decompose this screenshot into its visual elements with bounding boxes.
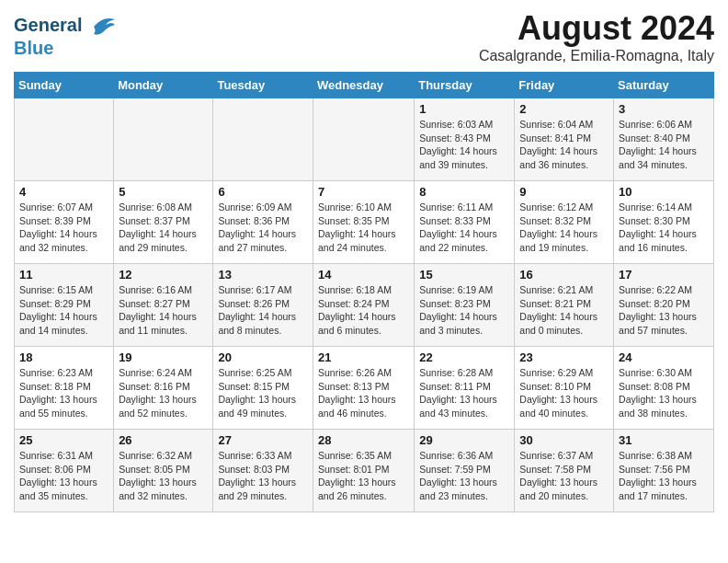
day-number: 24 — [619, 350, 709, 364]
day-number: 15 — [419, 268, 509, 282]
calendar-cell: 4Sunrise: 6:07 AM Sunset: 8:39 PM Daylig… — [15, 181, 114, 264]
calendar-cell: 24Sunrise: 6:30 AM Sunset: 8:08 PM Dayli… — [614, 347, 714, 430]
day-number: 14 — [318, 268, 409, 282]
calendar-week-4: 18Sunrise: 6:23 AM Sunset: 8:18 PM Dayli… — [15, 347, 714, 430]
day-info: Sunrise: 6:28 AM Sunset: 8:11 PM Dayligh… — [419, 366, 509, 420]
calendar-week-3: 11Sunrise: 6:15 AM Sunset: 8:29 PM Dayli… — [15, 264, 714, 347]
calendar-cell: 25Sunrise: 6:31 AM Sunset: 8:06 PM Dayli… — [15, 430, 114, 512]
day-number: 7 — [318, 185, 409, 199]
day-number: 4 — [19, 185, 108, 199]
logo-bird-icon — [89, 14, 117, 40]
calendar-cell: 27Sunrise: 6:33 AM Sunset: 8:03 PM Dayli… — [213, 430, 313, 512]
day-info: Sunrise: 6:10 AM Sunset: 8:35 PM Dayligh… — [318, 201, 409, 255]
day-number: 6 — [218, 185, 308, 199]
calendar-cell: 11Sunrise: 6:15 AM Sunset: 8:29 PM Dayli… — [15, 264, 114, 347]
calendar-cell — [114, 98, 213, 181]
day-info: Sunrise: 6:07 AM Sunset: 8:39 PM Dayligh… — [19, 201, 108, 255]
day-info: Sunrise: 6:18 AM Sunset: 8:24 PM Dayligh… — [318, 283, 409, 338]
day-info: Sunrise: 6:11 AM Sunset: 8:33 PM Dayligh… — [419, 201, 509, 255]
calendar-cell: 1Sunrise: 6:03 AM Sunset: 8:43 PM Daylig… — [415, 98, 515, 181]
day-info: Sunrise: 6:26 AM Sunset: 8:13 PM Dayligh… — [318, 366, 409, 420]
calendar-week-5: 25Sunrise: 6:31 AM Sunset: 8:06 PM Dayli… — [15, 430, 714, 512]
day-info: Sunrise: 6:03 AM Sunset: 8:43 PM Dayligh… — [419, 118, 509, 172]
day-info: Sunrise: 6:35 AM Sunset: 8:01 PM Dayligh… — [318, 449, 409, 503]
calendar-cell: 13Sunrise: 6:17 AM Sunset: 8:26 PM Dayli… — [213, 264, 313, 347]
calendar-cell: 7Sunrise: 6:10 AM Sunset: 8:35 PM Daylig… — [313, 181, 414, 264]
calendar-cell: 12Sunrise: 6:16 AM Sunset: 8:27 PM Dayli… — [114, 264, 213, 347]
day-number: 19 — [119, 350, 208, 364]
day-info: Sunrise: 6:25 AM Sunset: 8:15 PM Dayligh… — [218, 366, 308, 420]
calendar-cell — [313, 98, 414, 181]
day-info: Sunrise: 6:21 AM Sunset: 8:21 PM Dayligh… — [519, 283, 609, 338]
day-info: Sunrise: 6:08 AM Sunset: 8:37 PM Dayligh… — [119, 201, 208, 255]
day-number: 30 — [519, 433, 609, 447]
calendar-header-friday: Friday — [515, 73, 614, 98]
calendar-cell: 5Sunrise: 6:08 AM Sunset: 8:37 PM Daylig… — [114, 181, 213, 264]
calendar-cell: 2Sunrise: 6:04 AM Sunset: 8:41 PM Daylig… — [515, 98, 614, 181]
day-info: Sunrise: 6:37 AM Sunset: 7:58 PM Dayligh… — [519, 449, 609, 503]
calendar-cell: 9Sunrise: 6:12 AM Sunset: 8:32 PM Daylig… — [515, 181, 614, 264]
calendar-cell: 15Sunrise: 6:19 AM Sunset: 8:23 PM Dayli… — [415, 264, 515, 347]
calendar-cell: 18Sunrise: 6:23 AM Sunset: 8:18 PM Dayli… — [15, 347, 114, 430]
day-info: Sunrise: 6:32 AM Sunset: 8:05 PM Dayligh… — [119, 449, 208, 503]
calendar-cell: 6Sunrise: 6:09 AM Sunset: 8:36 PM Daylig… — [213, 181, 313, 264]
day-number: 11 — [19, 268, 108, 282]
day-number: 3 — [619, 102, 709, 116]
logo-text: General — [14, 14, 117, 40]
day-number: 1 — [419, 102, 509, 116]
day-number: 28 — [318, 433, 409, 447]
day-number: 18 — [19, 350, 108, 364]
day-info: Sunrise: 6:22 AM Sunset: 8:20 PM Dayligh… — [619, 283, 709, 338]
day-info: Sunrise: 6:14 AM Sunset: 8:30 PM Dayligh… — [619, 201, 709, 255]
calendar-header-tuesday: Tuesday — [213, 73, 313, 98]
day-number: 16 — [519, 268, 609, 282]
day-info: Sunrise: 6:15 AM Sunset: 8:29 PM Dayligh… — [19, 283, 108, 338]
day-number: 31 — [619, 433, 709, 447]
calendar-cell: 28Sunrise: 6:35 AM Sunset: 8:01 PM Dayli… — [313, 430, 414, 512]
day-info: Sunrise: 6:17 AM Sunset: 8:26 PM Dayligh… — [218, 283, 308, 338]
day-info: Sunrise: 6:33 AM Sunset: 8:03 PM Dayligh… — [218, 449, 308, 503]
day-number: 13 — [218, 268, 308, 282]
day-number: 26 — [119, 433, 208, 447]
day-info: Sunrise: 6:24 AM Sunset: 8:16 PM Dayligh… — [119, 366, 208, 420]
day-info: Sunrise: 6:06 AM Sunset: 8:40 PM Dayligh… — [619, 118, 709, 172]
day-info: Sunrise: 6:29 AM Sunset: 8:10 PM Dayligh… — [519, 366, 609, 420]
calendar-cell: 10Sunrise: 6:14 AM Sunset: 8:30 PM Dayli… — [614, 181, 714, 264]
calendar-cell: 14Sunrise: 6:18 AM Sunset: 8:24 PM Dayli… — [313, 264, 414, 347]
calendar-header-saturday: Saturday — [614, 73, 714, 98]
day-number: 9 — [519, 185, 609, 199]
day-number: 27 — [218, 433, 308, 447]
calendar-cell — [213, 98, 313, 181]
day-info: Sunrise: 6:30 AM Sunset: 8:08 PM Dayligh… — [619, 366, 709, 420]
day-info: Sunrise: 6:19 AM Sunset: 8:23 PM Dayligh… — [419, 283, 509, 338]
logo: General Blue — [14, 14, 117, 58]
day-info: Sunrise: 6:09 AM Sunset: 8:36 PM Dayligh… — [218, 201, 308, 255]
day-info: Sunrise: 6:31 AM Sunset: 8:06 PM Dayligh… — [19, 449, 108, 503]
calendar-cell: 22Sunrise: 6:28 AM Sunset: 8:11 PM Dayli… — [415, 347, 515, 430]
calendar-week-2: 4Sunrise: 6:07 AM Sunset: 8:39 PM Daylig… — [15, 181, 714, 264]
day-number: 12 — [119, 268, 208, 282]
day-info: Sunrise: 6:23 AM Sunset: 8:18 PM Dayligh… — [19, 366, 108, 420]
calendar-header-monday: Monday — [114, 73, 213, 98]
calendar-cell: 17Sunrise: 6:22 AM Sunset: 8:20 PM Dayli… — [614, 264, 714, 347]
day-number: 8 — [419, 185, 509, 199]
calendar-header-wednesday: Wednesday — [313, 73, 414, 98]
day-number: 22 — [419, 350, 509, 364]
logo-blue: Blue — [14, 38, 117, 58]
calendar-cell: 21Sunrise: 6:26 AM Sunset: 8:13 PM Dayli… — [313, 347, 414, 430]
calendar-header-sunday: Sunday — [15, 73, 114, 98]
calendar-cell: 3Sunrise: 6:06 AM Sunset: 8:40 PM Daylig… — [614, 98, 714, 181]
day-number: 10 — [619, 185, 709, 199]
header: General Blue August 2024 Casalgrande, Em… — [14, 9, 714, 64]
calendar-cell: 8Sunrise: 6:11 AM Sunset: 8:33 PM Daylig… — [415, 181, 515, 264]
day-number: 17 — [619, 268, 709, 282]
day-info: Sunrise: 6:36 AM Sunset: 7:59 PM Dayligh… — [419, 449, 509, 503]
calendar-cell: 23Sunrise: 6:29 AM Sunset: 8:10 PM Dayli… — [515, 347, 614, 430]
day-info: Sunrise: 6:38 AM Sunset: 7:56 PM Dayligh… — [619, 449, 709, 503]
day-number: 23 — [519, 350, 609, 364]
calendar-cell: 16Sunrise: 6:21 AM Sunset: 8:21 PM Dayli… — [515, 264, 614, 347]
day-info: Sunrise: 6:04 AM Sunset: 8:41 PM Dayligh… — [519, 118, 609, 172]
calendar-header-row: SundayMondayTuesdayWednesdayThursdayFrid… — [15, 73, 714, 98]
day-number: 29 — [419, 433, 509, 447]
day-info: Sunrise: 6:16 AM Sunset: 8:27 PM Dayligh… — [119, 283, 208, 338]
